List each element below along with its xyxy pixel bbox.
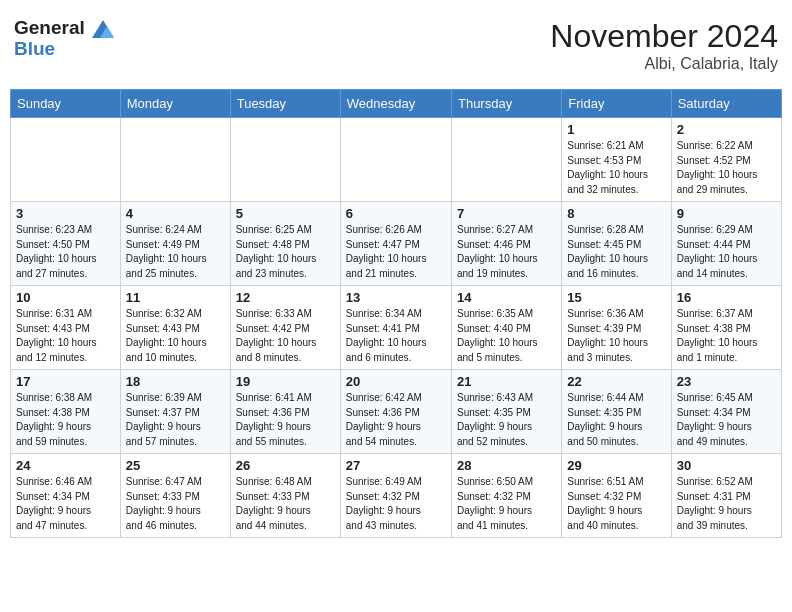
weekday-friday: Friday (562, 90, 671, 118)
day-number: 25 (126, 458, 225, 473)
day-number: 15 (567, 290, 665, 305)
calendar-cell: 28Sunrise: 6:50 AMSunset: 4:32 PMDayligh… (451, 454, 561, 538)
day-info: Sunrise: 6:43 AMSunset: 4:35 PMDaylight:… (457, 391, 556, 449)
logo: General Blue (14, 18, 114, 60)
calendar-cell: 18Sunrise: 6:39 AMSunset: 4:37 PMDayligh… (120, 370, 230, 454)
day-number: 19 (236, 374, 335, 389)
calendar-cell: 21Sunrise: 6:43 AMSunset: 4:35 PMDayligh… (451, 370, 561, 454)
day-number: 7 (457, 206, 556, 221)
calendar-cell (11, 118, 121, 202)
calendar-cell: 16Sunrise: 6:37 AMSunset: 4:38 PMDayligh… (671, 286, 781, 370)
day-number: 12 (236, 290, 335, 305)
calendar-cell (451, 118, 561, 202)
calendar-cell: 25Sunrise: 6:47 AMSunset: 4:33 PMDayligh… (120, 454, 230, 538)
day-info: Sunrise: 6:49 AMSunset: 4:32 PMDaylight:… (346, 475, 446, 533)
day-number: 10 (16, 290, 115, 305)
day-info: Sunrise: 6:31 AMSunset: 4:43 PMDaylight:… (16, 307, 115, 365)
day-number: 14 (457, 290, 556, 305)
calendar-cell: 4Sunrise: 6:24 AMSunset: 4:49 PMDaylight… (120, 202, 230, 286)
week-row-5: 24Sunrise: 6:46 AMSunset: 4:34 PMDayligh… (11, 454, 782, 538)
calendar-cell: 26Sunrise: 6:48 AMSunset: 4:33 PMDayligh… (230, 454, 340, 538)
weekday-header-row: SundayMondayTuesdayWednesdayThursdayFrid… (11, 90, 782, 118)
day-info: Sunrise: 6:37 AMSunset: 4:38 PMDaylight:… (677, 307, 776, 365)
week-row-3: 10Sunrise: 6:31 AMSunset: 4:43 PMDayligh… (11, 286, 782, 370)
calendar-cell: 14Sunrise: 6:35 AMSunset: 4:40 PMDayligh… (451, 286, 561, 370)
day-info: Sunrise: 6:51 AMSunset: 4:32 PMDaylight:… (567, 475, 665, 533)
day-info: Sunrise: 6:26 AMSunset: 4:47 PMDaylight:… (346, 223, 446, 281)
day-number: 2 (677, 122, 776, 137)
day-number: 16 (677, 290, 776, 305)
day-info: Sunrise: 6:35 AMSunset: 4:40 PMDaylight:… (457, 307, 556, 365)
day-info: Sunrise: 6:24 AMSunset: 4:49 PMDaylight:… (126, 223, 225, 281)
calendar-cell: 23Sunrise: 6:45 AMSunset: 4:34 PMDayligh… (671, 370, 781, 454)
calendar-cell: 24Sunrise: 6:46 AMSunset: 4:34 PMDayligh… (11, 454, 121, 538)
day-number: 5 (236, 206, 335, 221)
day-info: Sunrise: 6:50 AMSunset: 4:32 PMDaylight:… (457, 475, 556, 533)
calendar-cell: 22Sunrise: 6:44 AMSunset: 4:35 PMDayligh… (562, 370, 671, 454)
calendar-cell: 1Sunrise: 6:21 AMSunset: 4:53 PMDaylight… (562, 118, 671, 202)
month-title: November 2024 (550, 18, 778, 55)
day-info: Sunrise: 6:27 AMSunset: 4:46 PMDaylight:… (457, 223, 556, 281)
day-info: Sunrise: 6:52 AMSunset: 4:31 PMDaylight:… (677, 475, 776, 533)
day-info: Sunrise: 6:41 AMSunset: 4:36 PMDaylight:… (236, 391, 335, 449)
calendar-cell: 17Sunrise: 6:38 AMSunset: 4:38 PMDayligh… (11, 370, 121, 454)
day-number: 13 (346, 290, 446, 305)
day-info: Sunrise: 6:21 AMSunset: 4:53 PMDaylight:… (567, 139, 665, 197)
calendar-cell (340, 118, 451, 202)
day-number: 27 (346, 458, 446, 473)
day-number: 6 (346, 206, 446, 221)
logo-general: General (14, 17, 85, 38)
week-row-4: 17Sunrise: 6:38 AMSunset: 4:38 PMDayligh… (11, 370, 782, 454)
calendar-cell: 3Sunrise: 6:23 AMSunset: 4:50 PMDaylight… (11, 202, 121, 286)
day-info: Sunrise: 6:38 AMSunset: 4:38 PMDaylight:… (16, 391, 115, 449)
day-info: Sunrise: 6:32 AMSunset: 4:43 PMDaylight:… (126, 307, 225, 365)
day-info: Sunrise: 6:28 AMSunset: 4:45 PMDaylight:… (567, 223, 665, 281)
day-number: 4 (126, 206, 225, 221)
weekday-thursday: Thursday (451, 90, 561, 118)
day-number: 9 (677, 206, 776, 221)
day-number: 3 (16, 206, 115, 221)
day-number: 20 (346, 374, 446, 389)
weekday-tuesday: Tuesday (230, 90, 340, 118)
day-number: 18 (126, 374, 225, 389)
day-number: 8 (567, 206, 665, 221)
day-number: 26 (236, 458, 335, 473)
day-number: 23 (677, 374, 776, 389)
calendar-cell: 19Sunrise: 6:41 AMSunset: 4:36 PMDayligh… (230, 370, 340, 454)
calendar-cell: 5Sunrise: 6:25 AMSunset: 4:48 PMDaylight… (230, 202, 340, 286)
day-info: Sunrise: 6:36 AMSunset: 4:39 PMDaylight:… (567, 307, 665, 365)
page-header: General Blue November 2024 Albi, Calabri… (10, 10, 782, 81)
calendar-cell: 7Sunrise: 6:27 AMSunset: 4:46 PMDaylight… (451, 202, 561, 286)
day-info: Sunrise: 6:39 AMSunset: 4:37 PMDaylight:… (126, 391, 225, 449)
calendar-cell: 15Sunrise: 6:36 AMSunset: 4:39 PMDayligh… (562, 286, 671, 370)
calendar-cell: 12Sunrise: 6:33 AMSunset: 4:42 PMDayligh… (230, 286, 340, 370)
day-info: Sunrise: 6:47 AMSunset: 4:33 PMDaylight:… (126, 475, 225, 533)
day-info: Sunrise: 6:46 AMSunset: 4:34 PMDaylight:… (16, 475, 115, 533)
day-info: Sunrise: 6:42 AMSunset: 4:36 PMDaylight:… (346, 391, 446, 449)
calendar-cell: 11Sunrise: 6:32 AMSunset: 4:43 PMDayligh… (120, 286, 230, 370)
day-info: Sunrise: 6:25 AMSunset: 4:48 PMDaylight:… (236, 223, 335, 281)
day-number: 29 (567, 458, 665, 473)
calendar-table: SundayMondayTuesdayWednesdayThursdayFrid… (10, 89, 782, 538)
calendar-cell (230, 118, 340, 202)
day-number: 21 (457, 374, 556, 389)
weekday-sunday: Sunday (11, 90, 121, 118)
day-number: 11 (126, 290, 225, 305)
day-info: Sunrise: 6:29 AMSunset: 4:44 PMDaylight:… (677, 223, 776, 281)
calendar-cell: 2Sunrise: 6:22 AMSunset: 4:52 PMDaylight… (671, 118, 781, 202)
week-row-1: 1Sunrise: 6:21 AMSunset: 4:53 PMDaylight… (11, 118, 782, 202)
calendar-cell: 27Sunrise: 6:49 AMSunset: 4:32 PMDayligh… (340, 454, 451, 538)
calendar-cell: 9Sunrise: 6:29 AMSunset: 4:44 PMDaylight… (671, 202, 781, 286)
calendar-cell: 10Sunrise: 6:31 AMSunset: 4:43 PMDayligh… (11, 286, 121, 370)
calendar-cell: 8Sunrise: 6:28 AMSunset: 4:45 PMDaylight… (562, 202, 671, 286)
location: Albi, Calabria, Italy (550, 55, 778, 73)
day-info: Sunrise: 6:44 AMSunset: 4:35 PMDaylight:… (567, 391, 665, 449)
day-info: Sunrise: 6:22 AMSunset: 4:52 PMDaylight:… (677, 139, 776, 197)
day-number: 22 (567, 374, 665, 389)
day-info: Sunrise: 6:48 AMSunset: 4:33 PMDaylight:… (236, 475, 335, 533)
day-number: 1 (567, 122, 665, 137)
weekday-monday: Monday (120, 90, 230, 118)
calendar-cell: 29Sunrise: 6:51 AMSunset: 4:32 PMDayligh… (562, 454, 671, 538)
weekday-saturday: Saturday (671, 90, 781, 118)
day-number: 28 (457, 458, 556, 473)
